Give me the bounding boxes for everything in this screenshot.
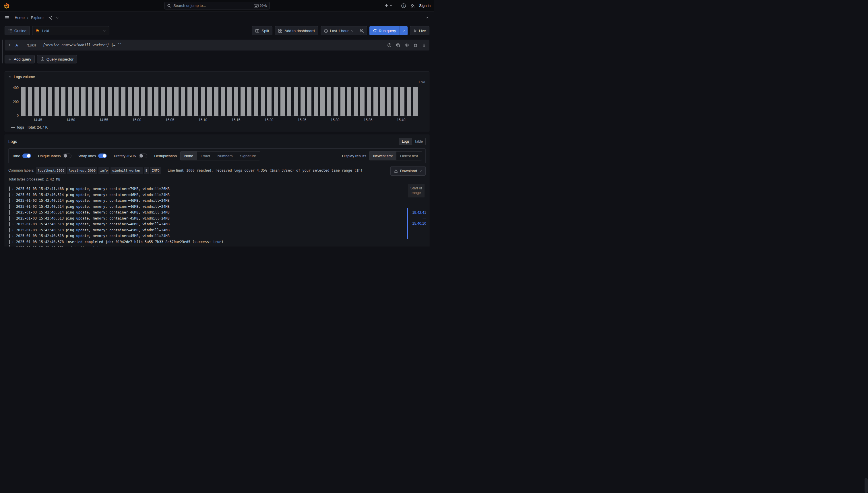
add-query-button[interactable]: Add query	[5, 55, 35, 63]
dedup-option-none[interactable]: None	[181, 151, 197, 160]
log-row[interactable]: ›2025-01-03 15:42:40.513 ping update, me…	[9, 227, 429, 233]
log-row[interactable]: ›2025-01-03 15:42:40.514 ping update, me…	[9, 192, 429, 198]
live-button[interactable]: Live	[410, 26, 429, 35]
download-button[interactable]: Download	[390, 166, 426, 176]
add-to-dashboard-button[interactable]: Add to dashboard	[275, 26, 318, 35]
unique-labels-toggle[interactable]	[63, 153, 71, 158]
volume-bar	[294, 87, 298, 116]
line-limit-value: 1000 reached, received logs cover 4.35% …	[186, 168, 362, 174]
log-expand-chevron-icon[interactable]: ›	[12, 240, 14, 243]
help-icon[interactable]: ?	[401, 3, 406, 8]
log-row[interactable]: ›2025-01-03 15:42:40.378 inserted comple…	[9, 239, 429, 245]
panel-collapse-chevron-icon[interactable]	[8, 75, 12, 79]
dedup-option-exact[interactable]: Exact	[197, 151, 214, 160]
common-label-chip: localhost:3000	[36, 167, 66, 174]
time-range-button[interactable]: Last 1 hour	[321, 26, 357, 35]
x-axis-tick: 15:35	[364, 118, 372, 122]
common-label-chip: INFO	[150, 167, 161, 174]
volume-bar	[287, 87, 291, 116]
log-row[interactable]: ›2025-01-03 15:42:41.468 ping update, me…	[9, 186, 429, 192]
volume-bar	[194, 87, 198, 116]
prettify-json-toggle[interactable]	[139, 153, 147, 158]
log-expand-chevron-icon[interactable]: ›	[12, 234, 14, 238]
new-button[interactable]	[384, 3, 393, 8]
log-expand-chevron-icon[interactable]: ›	[12, 217, 14, 220]
log-expand-chevron-icon[interactable]: ›	[12, 205, 14, 208]
datasource-picker[interactable]: Loki	[32, 26, 109, 35]
volume-bar	[261, 87, 265, 116]
wrap-lines-toggle[interactable]	[98, 153, 107, 158]
share-icon[interactable]	[48, 16, 53, 20]
log-row[interactable]: ›2025-01-03 15:42:40.513 ping update, me…	[9, 233, 429, 239]
log-row[interactable]: ›2025-01-03 15:42:40.513 ping update, me…	[9, 215, 429, 221]
volume-bar	[101, 87, 105, 116]
query-copy-icon[interactable]	[396, 43, 400, 47]
view-option-logs[interactable]: Logs	[399, 138, 412, 145]
query-expand-chevron-icon[interactable]	[8, 43, 12, 47]
log-expand-chevron-icon[interactable]: ›	[12, 211, 14, 214]
run-query-chevron-down-icon[interactable]	[400, 26, 408, 35]
view-option-table[interactable]: Table	[412, 138, 425, 145]
log-row[interactable]: ›2025-01-03 15:42:40.514 ping update, me…	[9, 204, 429, 210]
split-button[interactable]: Split	[252, 26, 272, 35]
wrap-lines-toggle-label: Wrap lines	[78, 154, 96, 158]
query-inspector-button[interactable]: Query inspector	[37, 55, 77, 63]
svg-text:?: ?	[389, 44, 390, 46]
volume-bar	[121, 87, 125, 116]
outline-button[interactable]: Outline	[5, 26, 30, 35]
zoom-out-button[interactable]	[357, 26, 367, 35]
query-section: A (Loki) {service_name="windmill-worker"…	[2, 40, 429, 63]
volume-bar	[254, 87, 258, 116]
x-axis-tick: 15:30	[331, 118, 339, 122]
legend-series-name[interactable]: logs	[17, 125, 24, 129]
dedup-option-numbers[interactable]: Numbers	[214, 151, 236, 160]
collapse-chevron-up-icon[interactable]	[425, 16, 429, 20]
log-expand-chevron-icon[interactable]: ›	[12, 193, 14, 196]
query-delete-trash-icon[interactable]	[413, 43, 418, 47]
display-option-oldest-first[interactable]: Oldest first	[396, 151, 422, 160]
refresh-icon	[373, 29, 377, 33]
volume-bar	[407, 87, 411, 116]
log-timestamp: 2025-01-03 15:42:40.513	[16, 222, 64, 226]
log-row[interactable]: ›2025-01-03 15:42:40.514 ping update, me…	[9, 210, 429, 215]
breadcrumb-explore[interactable]: Explore	[31, 16, 44, 20]
breadcrumb-home[interactable]: Home	[15, 16, 25, 20]
volume-bar	[81, 87, 85, 116]
log-row[interactable]: ›2025-01-03 15:42:40.513 ping update, me…	[9, 221, 429, 227]
query-help-icon[interactable]: ?	[387, 43, 391, 47]
log-message: ping update, memory: container=46MB, win…	[64, 222, 169, 226]
query-preview-eye-icon[interactable]	[404, 43, 409, 47]
search-icon	[167, 4, 171, 8]
log-row[interactable]: ›2025-01-03 15:42:40.371 update flow sta…	[9, 245, 429, 246]
log-expand-chevron-icon[interactable]: ›	[12, 246, 14, 246]
start-of-range-button[interactable]: Start of range	[408, 184, 425, 197]
breadcrumb-chevron-down-icon[interactable]	[56, 16, 59, 20]
log-expand-chevron-icon[interactable]: ›	[12, 199, 14, 202]
search-input[interactable]: Search or jump to... ⌘+k	[164, 2, 270, 9]
query-row[interactable]: A (Loki) {service_name="windmill-worker"…	[5, 40, 429, 50]
x-axis-ticks: 14:4514:5014:5515:0015:0515:1015:1515:20…	[21, 117, 418, 123]
chevron-down-icon	[389, 4, 393, 7]
log-expand-chevron-icon[interactable]: ›	[12, 223, 14, 226]
sign-in-link[interactable]: Sign in	[419, 3, 430, 8]
x-axis-tick: 15:05	[166, 118, 174, 122]
volume-bar	[314, 87, 318, 116]
split-columns-icon	[255, 29, 259, 33]
run-query-button[interactable]: Run query	[369, 26, 400, 35]
download-chevron-down-icon	[419, 169, 422, 172]
logs-volume-chart: 0200400 Loki 14:4514:5014:5515:0015:0515…	[21, 83, 418, 123]
display-option-newest-first[interactable]: Newest first	[369, 151, 396, 160]
dedup-option-signature[interactable]: Signature	[236, 151, 260, 160]
common-label-chip: 9	[144, 167, 149, 174]
time-range-chevron-down-icon	[351, 29, 354, 33]
menu-hamburger-icon[interactable]	[5, 15, 9, 20]
log-message: update flow status	[64, 245, 103, 246]
time-toggle[interactable]	[22, 153, 31, 158]
log-expand-chevron-icon[interactable]: ›	[12, 187, 14, 191]
log-expand-chevron-icon[interactable]: ›	[12, 229, 14, 232]
news-rss-icon[interactable]	[410, 3, 415, 8]
grafana-logo[interactable]	[3, 3, 10, 9]
log-row[interactable]: ›2025-01-03 15:42:40.514 ping update, me…	[9, 198, 429, 204]
query-drag-handle-icon[interactable]	[422, 43, 426, 47]
query-expression[interactable]: {service_name="windmill-worker"} |= ``	[43, 43, 122, 47]
